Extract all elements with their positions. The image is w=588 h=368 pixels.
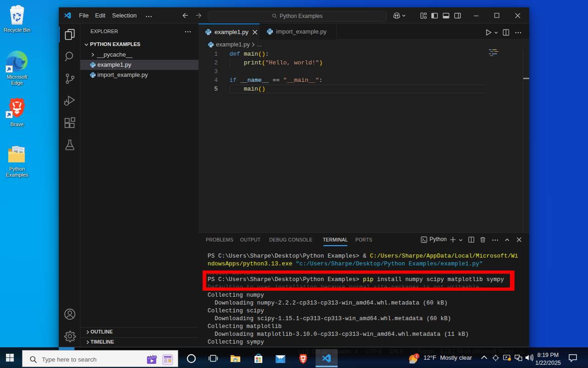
svg-text:1: 1	[415, 354, 418, 358]
